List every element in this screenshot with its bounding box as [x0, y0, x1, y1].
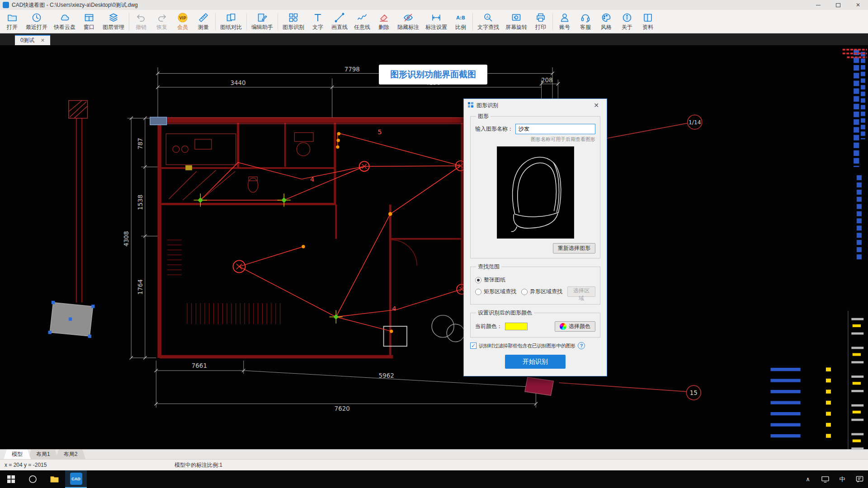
cloud-icon — [59, 12, 70, 23]
cursor-coordinates: x = 204 y = -2015 — [5, 462, 175, 468]
toolbar-button-layer-manager[interactable]: 图层管理 — [99, 11, 127, 33]
reselect-shape-button[interactable]: 重新选择图形 — [553, 243, 595, 253]
choose-color-button[interactable]: 选择颜色 — [555, 321, 595, 332]
sheet-tab-model[interactable]: 模型 — [4, 450, 31, 459]
dim-mid-left: 3440 — [230, 79, 245, 86]
dim-left3: 1764 — [137, 279, 144, 295]
print-icon — [535, 12, 546, 23]
compare-icon — [226, 12, 236, 23]
radio-whole-drawing[interactable] — [475, 277, 481, 283]
filter-checkbox-label: 识别时过滤掉那些包含在已识别图形中的图形 — [479, 343, 576, 349]
toolbar-button-hide-annotation[interactable]: 隐藏标注 — [394, 11, 422, 33]
dim-left1: 787 — [137, 138, 144, 150]
toolbar-label-layer-manager: 图层管理 — [103, 23, 124, 31]
taskbar: CAD ∧ 中 — [0, 470, 868, 488]
toolbar-button-open[interactable]: 打开 — [2, 11, 23, 33]
layers-icon — [108, 12, 119, 23]
style-icon — [601, 12, 612, 23]
color-group: 设置识别后的图形颜色 当前颜色： 选择颜色 — [470, 309, 600, 338]
toolbar-button-drawing-compare[interactable]: 图纸对比 — [217, 11, 245, 33]
close-button[interactable]: ✕ — [848, 0, 868, 10]
radio-irregular-area-label: 异形区域查找 — [530, 288, 562, 296]
radio-rect-area[interactable] — [475, 289, 481, 295]
junction-dots — [302, 132, 393, 333]
toolbar-button-recent-open[interactable]: 最近打开 — [23, 11, 51, 33]
toolbar-button-undo[interactable]: 撤销 — [131, 11, 151, 33]
shape-name-label: 输入图形名称： — [475, 125, 513, 133]
account-icon — [559, 12, 570, 23]
toolbar-button-text-search[interactable]: A文字查找 — [474, 11, 502, 33]
toolbar-button-straight-line[interactable]: 画直线 — [328, 11, 351, 33]
toolbar-button-annotation-settings[interactable]: 标注设置 — [422, 11, 450, 33]
toolbar-button-window[interactable]: 窗口 — [79, 11, 99, 33]
target-markers — [194, 193, 343, 324]
tray-display-icon[interactable] — [816, 470, 834, 488]
toolbar-button-customer-service[interactable]: 客服 — [575, 11, 596, 33]
toolbar-button-scale[interactable]: A:B比例 — [450, 11, 471, 33]
crimson-block — [525, 377, 554, 395]
toolbar-button-about[interactable]: 关于 — [617, 11, 637, 33]
search-button[interactable] — [22, 470, 43, 488]
radio-irregular-area[interactable] — [521, 289, 528, 295]
annotation-settings-icon — [431, 12, 442, 23]
toolbar-button-cloud[interactable]: 快看云盘 — [51, 11, 79, 33]
toolbar-button-measure[interactable]: 测量 — [193, 11, 214, 33]
bubble-bottom-label: 15 — [690, 389, 698, 396]
toolbar-button-style[interactable]: 风格 — [596, 11, 617, 33]
sheet-tab-layout2[interactable]: 布局2 — [56, 450, 86, 459]
toolbar-separator — [278, 13, 278, 30]
color-group-label: 设置识别后的图形颜色 — [476, 309, 534, 317]
toolbar-button-vip[interactable]: VIP会员 — [172, 11, 193, 33]
toolbar-label-open: 打开 — [7, 23, 18, 31]
start-button[interactable] — [0, 470, 22, 488]
toolbar-button-text[interactable]: 文字 — [307, 11, 328, 33]
straight-line-icon — [334, 12, 345, 23]
toolbar-button-print[interactable]: 打印 — [530, 11, 551, 33]
window-icon — [84, 12, 94, 23]
toolbar-button-free-line[interactable]: 任意线 — [351, 11, 373, 33]
sheet-tab-layout1[interactable]: 布局1 — [28, 450, 58, 459]
toolbar-label-style: 风格 — [601, 23, 612, 31]
toolbar-label-redo: 恢复 — [156, 23, 167, 31]
input-method-indicator[interactable]: 中 — [834, 470, 851, 488]
toolbar: 打开最近打开快看云盘窗口图层管理撤销恢复VIP会员测量图纸对比编辑助手图形识别文… — [0, 10, 868, 33]
current-color-swatch[interactable] — [505, 323, 528, 330]
toolbar-label-text: 文字 — [312, 23, 323, 31]
help-icon[interactable]: ? — [578, 342, 585, 349]
cad-app-task-button[interactable]: CAD — [65, 470, 87, 488]
choose-color-label: 选择颜色 — [569, 323, 590, 330]
dim-left-total: 4308 — [123, 231, 130, 246]
dialog-close-icon[interactable]: ✕ — [590, 102, 603, 109]
count-label-1: 5 — [377, 128, 382, 136]
measure-icon — [198, 12, 209, 23]
scope-group-label: 查找范围 — [476, 263, 501, 271]
document-tab-close-icon[interactable]: ✕ — [41, 38, 45, 43]
svg-text:A: A — [486, 15, 489, 19]
toolbar-button-shape-recognition[interactable]: 图形识别 — [279, 11, 307, 33]
selected-wall-segment[interactable] — [150, 117, 167, 125]
document-tab[interactable]: 0测试 ✕ — [15, 35, 50, 45]
file-explorer-button[interactable] — [43, 470, 65, 488]
start-recognition-button[interactable]: 开始识别 — [505, 355, 566, 369]
cad-app-icon: CAD — [70, 473, 82, 485]
toolbar-button-docs[interactable]: 资料 — [637, 11, 658, 33]
maximize-button[interactable] — [828, 0, 848, 10]
toolbar-label-edit-assistant: 编辑助手 — [251, 23, 273, 31]
toolbar-button-edit-assistant[interactable]: 编辑助手 — [248, 11, 276, 33]
select-area-button[interactable]: 选择区域 — [567, 286, 595, 297]
cad-drawing: 7798 3440 4150 208 787 1538 1764 4308 58… — [0, 45, 868, 449]
shape-recognition-dialog: 图形识别 ✕ 图形 输入图形名称： 图形名称可用于后期查看图形 — [463, 99, 607, 376]
svg-text:VIP: VIP — [179, 16, 186, 20]
cad-canvas[interactable]: 7798 3440 4150 208 787 1538 1764 4308 58… — [0, 45, 868, 449]
toolbar-button-screen-rotate[interactable]: 屏幕旋转 — [502, 11, 530, 33]
dialog-titlebar[interactable]: 图形识别 ✕ — [464, 99, 607, 112]
toolbar-button-account[interactable]: 账号 — [554, 11, 575, 33]
tray-chevron-up-icon[interactable]: ∧ — [799, 470, 816, 488]
shape-name-input[interactable] — [515, 124, 595, 134]
filter-checkbox[interactable]: ✓ — [470, 343, 476, 349]
toolbar-button-redo[interactable]: 恢复 — [151, 11, 172, 33]
toolbar-button-delete[interactable]: 删除 — [373, 11, 394, 33]
toolbar-label-measure: 测量 — [198, 23, 209, 31]
action-center-icon[interactable] — [851, 470, 868, 488]
minimize-button[interactable] — [808, 0, 828, 10]
